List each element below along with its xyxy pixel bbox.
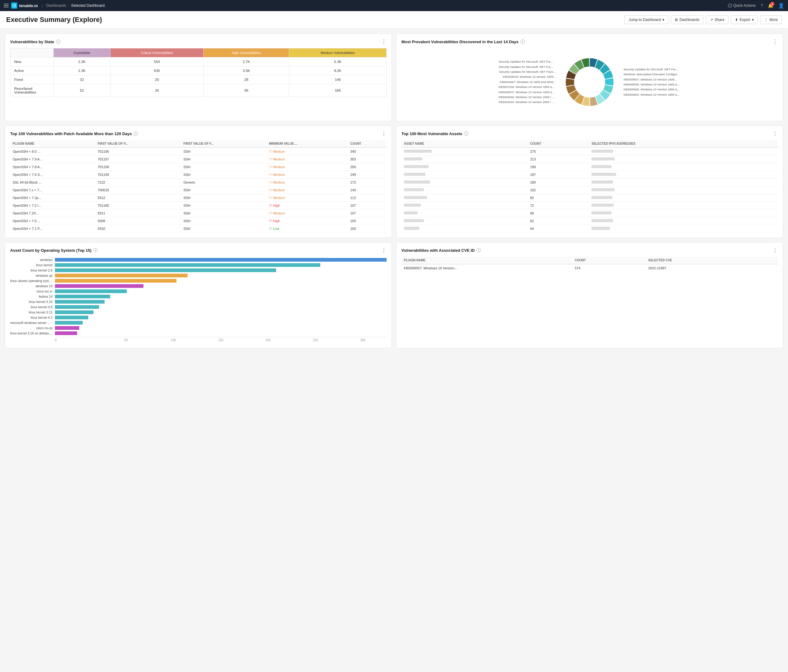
top100-assets-info-icon[interactable]: i xyxy=(464,132,469,136)
bar-fill xyxy=(55,279,176,283)
asset-count-os-more-button[interactable]: ⋮ xyxy=(381,248,387,253)
vuln-by-state-more-button[interactable]: ⋮ xyxy=(381,39,387,44)
cell-first-f: SSH xyxy=(181,148,267,156)
cell-first-p: 701158 xyxy=(95,163,181,171)
cell-severity: 🛡Medium xyxy=(267,171,348,179)
table-row: 72 xyxy=(401,202,778,210)
axis-tick: 100 xyxy=(149,338,197,342)
donut-chart-wrap: Security Updates for Microsoft .NET Fram… xyxy=(401,48,778,116)
user-avatar[interactable]: 👤 xyxy=(778,3,784,9)
bar-row: linux kernel xyxy=(10,263,387,267)
prevalent-vulns-card: Most Prevalent Vulnerabilities Discovere… xyxy=(396,33,783,121)
help-icon[interactable]: ? xyxy=(761,3,763,8)
cell-asset-ip xyxy=(589,186,778,194)
prevalent-vulns-info-icon[interactable]: i xyxy=(521,40,525,44)
donut-label-right: Security Updates for Microsoft .NET Fram… xyxy=(624,68,681,71)
cell-count: 105 xyxy=(348,225,387,233)
more-button[interactable]: ⋮ More xyxy=(760,16,782,24)
bar-fill xyxy=(55,321,83,324)
bar-row: windows 10 xyxy=(10,284,387,288)
bar-fill xyxy=(55,268,276,272)
donut-labels-right: Security Updates for Microsoft .NET Fram… xyxy=(624,68,681,97)
asset-count-os-info-icon[interactable]: i xyxy=(93,248,97,253)
bar-label: linux kernel 4.2 xyxy=(10,316,55,319)
quick-actions-button[interactable]: Quick Actions xyxy=(728,3,756,8)
cell-asset-name xyxy=(401,194,527,202)
cell-first-f: SSH xyxy=(181,163,267,171)
dashboards-icon: ⊞ xyxy=(675,17,678,22)
asset-count-os-card: Asset Count by Operating System (Top 15)… xyxy=(5,242,392,348)
col-header-medium: Medium Vulnerabilities xyxy=(289,48,387,57)
prevalent-vulns-more-button[interactable]: ⋮ xyxy=(772,39,778,44)
bar-row: linux ubuntu operating system xyxy=(10,279,387,283)
cell-asset-name xyxy=(401,202,527,210)
bar-track xyxy=(55,326,387,330)
bar-label: windows xyxy=(10,258,55,262)
cell-critical: 630 xyxy=(110,66,203,75)
donut-label-left: KB5004244: Windows 10 version 1809 / Win… xyxy=(499,100,556,104)
cell-plugin: OpenSSH 7.x < 7... xyxy=(10,186,95,194)
cell-first-f: SSH xyxy=(181,171,267,179)
cell-medium: 166 xyxy=(289,84,387,97)
cell-first-p: 7222 xyxy=(95,179,181,186)
donut-label-left: Security Updates for Microsoft .NET Fram… xyxy=(499,60,556,64)
cell-count: 249 xyxy=(348,171,387,179)
donut-label-left: KB5004947: Windows 10 1809 and Wind... xyxy=(499,80,556,84)
cell-exploitable: 32 xyxy=(54,75,110,84)
vulns-cve-more-button[interactable]: ⋮ xyxy=(772,248,778,253)
breadcrumb: Dashboards › Selected Dashboard xyxy=(46,3,105,8)
breadcrumb-dashboards[interactable]: Dashboards xyxy=(46,3,66,8)
logo-text: tenable.io xyxy=(19,3,38,8)
cell-severity: 🛡Low xyxy=(267,225,348,233)
row-label: Resurfaced Vulnerabilities xyxy=(11,84,54,97)
cell-asset-count: 190 xyxy=(527,163,589,171)
vuln-by-state-info-icon[interactable]: i xyxy=(56,40,60,44)
table-row: 275 xyxy=(401,148,778,156)
export-button[interactable]: ⬆ Export ▾ xyxy=(731,16,758,24)
breadcrumb-current: Selected Dashboard xyxy=(71,3,105,8)
cell-plugin: OpenSSH < 7.0 ... xyxy=(10,217,95,225)
cell-count: 112 xyxy=(348,194,387,202)
bar-fill xyxy=(55,289,127,293)
cell-first-p: 701160 xyxy=(95,202,181,210)
table-row: OpenSSH < 8.0 ... 701156 SSH 🛡Medium 340 xyxy=(10,148,387,156)
cell-asset-name xyxy=(401,156,527,163)
top100-assets-more-button[interactable]: ⋮ xyxy=(772,131,778,137)
nav-separator: | xyxy=(42,3,43,8)
bar-fill xyxy=(55,326,79,330)
top100-vulns-more-button[interactable]: ⋮ xyxy=(381,131,387,137)
cell-critical: 26 xyxy=(110,84,203,97)
cell-exploitable: 2.2K xyxy=(54,57,110,66)
table-row: OpenSSH < 7.0 ... 9309 SSH 🛡High 105 xyxy=(10,217,387,225)
bar-label: linux kernel 3.10 xyxy=(10,300,55,303)
axis-tick: 300 xyxy=(339,338,387,342)
notifications[interactable]: 🔔 1 xyxy=(768,3,773,8)
bar-label: linux kernel 2.6 xyxy=(10,268,55,272)
hamburger-menu[interactable] xyxy=(4,4,9,7)
cell-plugin: OpenSSH < 7.6 S... xyxy=(10,171,95,179)
cell-count: 105 xyxy=(348,217,387,225)
top100-vulns-info-icon[interactable]: i xyxy=(133,132,138,136)
donut-label-right: KB5005030: Windows 10 Version 1809 an... xyxy=(624,83,681,86)
vulns-cve-info-icon[interactable]: i xyxy=(477,248,481,253)
dashboards-button[interactable]: ⊞ Dashboards xyxy=(671,16,704,24)
cell-count: 256 xyxy=(348,163,387,171)
cell-asset-ip xyxy=(589,163,778,171)
col-header-empty xyxy=(11,48,54,57)
share-button[interactable]: ↗ Share xyxy=(706,16,728,24)
bar-row: fedora 14 xyxy=(10,295,387,299)
jump-to-dashboard-button[interactable]: Jump to Dashboard ▾ xyxy=(624,16,668,24)
col-header-critical: Critical Vulnerabilities xyxy=(110,48,203,57)
col-cve-selected: SELECTED CVE xyxy=(646,257,778,264)
bar-label: windows 10 xyxy=(10,284,55,288)
cell-first-f: SSH xyxy=(181,202,267,210)
cell-asset-count: 162 xyxy=(527,186,589,194)
bar-label: cisco nx-os xyxy=(10,326,55,330)
cell-count: 340 xyxy=(348,148,387,156)
top100-vulns-title: Top 100 Vulnerabilities with Patch Avail… xyxy=(10,132,138,136)
bar-chart: windows linux kernel linux kernel 2.6 wi… xyxy=(10,257,387,343)
bar-fill xyxy=(55,305,99,309)
cell-asset-name xyxy=(401,186,527,194)
cell-plugin: OpenSSH < 7.8 A... xyxy=(10,163,95,171)
donut-label-right: KB5005568: Windows 10 Version 1809 and W… xyxy=(624,87,681,91)
